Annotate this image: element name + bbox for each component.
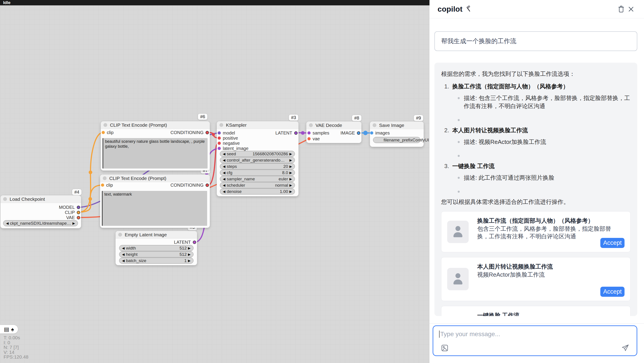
decrement-arrow-icon[interactable] xyxy=(223,165,226,168)
node-title-bar[interactable]: CLIP Text Encode (Prompt) xyxy=(101,121,210,129)
increment-arrow-icon[interactable] xyxy=(289,165,292,168)
collapse-dot[interactable] xyxy=(104,123,107,127)
input-slot-images[interactable]: images xyxy=(370,130,390,136)
widget-steps[interactable]: steps 20 xyxy=(220,163,295,169)
link-reroute-dot[interactable] xyxy=(363,131,368,135)
node-save-image[interactable]: Save Image images filename_prefix ComfyU… xyxy=(370,121,424,147)
node-clip-text-encode-negative[interactable]: CLIP Text Encode (Prompt) clip CONDITION… xyxy=(100,175,210,228)
node-vae-decode[interactable]: VAE Decode samples vae IMAGE xyxy=(306,121,362,143)
log-panel-icon[interactable]: ▤ xyxy=(4,327,10,332)
output-slot-latent[interactable]: LATENT xyxy=(174,240,196,245)
decrement-arrow-icon[interactable] xyxy=(122,246,125,250)
port-dot[interactable] xyxy=(370,131,373,134)
accept-button[interactable]: Accept xyxy=(600,238,624,248)
widget-seed[interactable]: seed 156680208700286 xyxy=(220,151,295,157)
increment-arrow-icon[interactable] xyxy=(289,190,292,193)
node-title-bar[interactable]: KSampler xyxy=(217,121,298,129)
port-dot[interactable] xyxy=(294,131,298,135)
output-slot-image[interactable]: IMAGE xyxy=(340,130,360,136)
widget-batch-size[interactable]: batch_size 1 xyxy=(119,258,194,264)
increment-arrow-icon[interactable] xyxy=(289,152,292,156)
collapse-dot[interactable] xyxy=(309,123,313,127)
port-dot[interactable] xyxy=(102,131,105,134)
canvas-toolbar[interactable]: ▤ ♠ xyxy=(0,325,18,334)
output-slot-conditioning[interactable]: CONDITIONING xyxy=(170,182,209,188)
clear-chat-button[interactable] xyxy=(616,4,626,14)
close-panel-button[interactable] xyxy=(626,4,636,14)
prompt-textarea[interactable]: text, watermark xyxy=(102,191,207,226)
decrement-arrow-icon[interactable] xyxy=(122,253,125,256)
collapse-dot[interactable] xyxy=(3,197,7,201)
decrement-arrow-icon[interactable] xyxy=(223,177,226,181)
decrement-arrow-icon[interactable] xyxy=(223,152,226,156)
port-dot[interactable] xyxy=(77,216,80,219)
collapse-dot[interactable] xyxy=(118,233,122,237)
widget-sampler-name[interactable]: sampler_name euler xyxy=(220,176,295,182)
decrement-arrow-icon[interactable] xyxy=(223,184,226,187)
increment-arrow-icon[interactable] xyxy=(72,222,75,225)
increment-arrow-icon[interactable] xyxy=(289,184,292,187)
port-dot[interactable] xyxy=(77,206,80,209)
node-ksampler[interactable]: KSampler model positive negative latent_… xyxy=(217,121,298,196)
message-input[interactable]: Type your message... xyxy=(432,326,637,356)
port-dot[interactable] xyxy=(357,131,360,135)
node-title-bar[interactable]: Empty Latent Image xyxy=(116,231,197,239)
port-dot[interactable] xyxy=(206,131,209,134)
node-title-bar[interactable]: CLIP Text Encode (Prompt) xyxy=(100,175,210,182)
input-slot-positive[interactable]: positive xyxy=(218,135,238,141)
output-slot-vae[interactable]: VAE xyxy=(66,215,80,220)
decrement-arrow-icon[interactable] xyxy=(6,222,9,225)
widget-cfg[interactable]: cfg 8.0 xyxy=(220,170,295,176)
input-slot-clip[interactable]: clip xyxy=(102,130,114,135)
widget-control-after-generate[interactable]: control_after_generate randomize xyxy=(220,157,295,163)
output-slot-clip[interactable]: CLIP xyxy=(65,210,80,215)
port-dot[interactable] xyxy=(218,136,221,140)
widget-height[interactable]: height 512 xyxy=(119,251,194,257)
node-title-bar[interactable]: Load Checkpoint xyxy=(0,195,81,203)
input-slot-latent-image[interactable]: latent_image xyxy=(218,146,248,151)
widget-scheduler[interactable]: scheduler normal xyxy=(220,182,295,188)
input-slot-model[interactable]: model xyxy=(218,130,235,136)
port-dot[interactable] xyxy=(218,142,221,145)
input-slot-clip[interactable]: clip xyxy=(101,182,113,188)
increment-arrow-icon[interactable] xyxy=(188,253,190,256)
increment-arrow-icon[interactable] xyxy=(188,246,190,250)
port-dot[interactable] xyxy=(308,131,310,134)
node-title-bar[interactable]: VAE Decode xyxy=(306,121,362,129)
tree-view-icon[interactable]: ♠ xyxy=(11,327,14,332)
port-dot[interactable] xyxy=(101,184,104,187)
chat-scroll-area[interactable]: 帮我生成一个换脸的工作流 根据您的需求，我为您找到了以下换脸工作流选项： 1. … xyxy=(430,18,644,323)
output-slot-conditioning[interactable]: CONDITIONING xyxy=(170,130,209,135)
increment-arrow-icon[interactable] xyxy=(289,171,292,174)
widget-ckpt-name[interactable]: ckpt_name SDXL/dreamshaperXL_light... xyxy=(3,220,78,226)
increment-arrow-icon[interactable] xyxy=(188,259,190,262)
increment-arrow-icon[interactable] xyxy=(289,158,292,162)
port-dot[interactable] xyxy=(218,131,221,134)
output-slot-latent[interactable]: LATENT xyxy=(276,130,298,136)
prompt-textarea[interactable]: beautiful scenery nature glass bottle la… xyxy=(102,138,208,169)
input-slot-samples[interactable]: samples xyxy=(308,130,329,136)
node-load-checkpoint[interactable]: Load Checkpoint MODEL CLIP VAE ckpt_name… xyxy=(0,195,81,228)
node-title-bar[interactable]: Save Image xyxy=(370,121,424,129)
increment-arrow-icon[interactable] xyxy=(289,177,292,181)
collapse-dot[interactable] xyxy=(372,123,376,127)
node-empty-latent-image[interactable]: Empty Latent Image LATENT width 512 heig… xyxy=(116,231,197,265)
widget-width[interactable]: width 512 xyxy=(119,245,194,251)
input-slot-negative[interactable]: negative xyxy=(218,141,240,146)
send-button[interactable] xyxy=(622,344,630,353)
port-dot[interactable] xyxy=(218,147,221,150)
widget-filename-prefix[interactable]: filename_prefix ComfyUI xyxy=(373,137,420,143)
attach-image-button[interactable] xyxy=(441,344,448,353)
port-dot[interactable] xyxy=(77,211,80,214)
decrement-arrow-icon[interactable] xyxy=(223,171,226,174)
accept-button[interactable]: Accept xyxy=(600,287,624,297)
collapse-dot[interactable] xyxy=(220,123,223,127)
decrement-arrow-icon[interactable] xyxy=(223,158,226,162)
node-clip-text-encode-positive[interactable]: CLIP Text Encode (Prompt) clip CONDITION… xyxy=(101,121,210,171)
output-slot-model[interactable]: MODEL xyxy=(59,205,80,210)
port-dot[interactable] xyxy=(193,241,196,244)
collapse-dot[interactable] xyxy=(103,176,106,180)
workflow-canvas[interactable]: Idle #4 #6 #7 #3 xyxy=(0,0,430,363)
decrement-arrow-icon[interactable] xyxy=(122,259,125,262)
port-dot[interactable] xyxy=(206,184,209,187)
